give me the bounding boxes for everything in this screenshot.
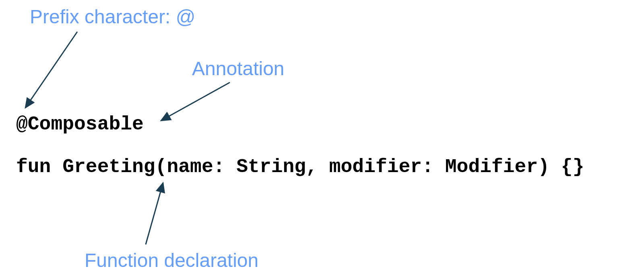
- prefix-arrow: [25, 32, 77, 108]
- code-line-function: fun Greeting(name: String, modifier: Mod…: [16, 156, 584, 178]
- prefix-label: Prefix character: @: [30, 6, 196, 28]
- function-declaration-label: Function declaration: [85, 249, 258, 271]
- annotation-arrow: [161, 82, 230, 121]
- arrows-svg: [0, 0, 644, 273]
- annotation-label: Annotation: [192, 57, 285, 80]
- function-declaration-arrow: [146, 183, 163, 244]
- code-line-annotation: @Composable: [16, 113, 144, 135]
